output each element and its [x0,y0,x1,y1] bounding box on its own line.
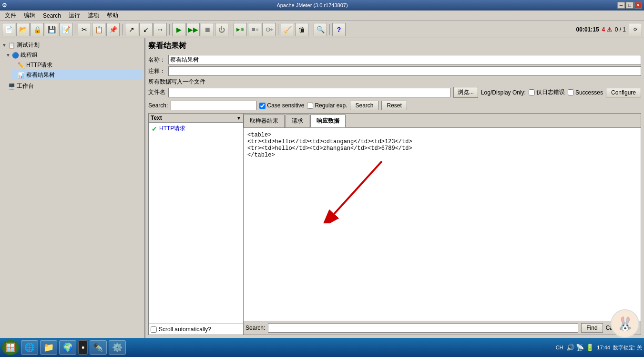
tab-request[interactable]: 请求 [286,115,309,127]
start-button[interactable]: 🪟 [2,340,19,355]
sidebar-item-testplan[interactable]: ▼ 📋 测试计划 [2,40,143,50]
tab-sampler-results[interactable]: 取样器结果 [244,115,285,127]
toolbar-remote-start-btn[interactable]: ▶⊕ [234,23,247,36]
file-input[interactable] [168,88,450,97]
search-input[interactable] [171,101,256,110]
case-sensitive-wrap[interactable]: Case sensitive [259,102,304,109]
toolbar-collapse-btn[interactable]: ↙ [139,23,153,36]
dropdown-icon[interactable]: ▼ [236,116,241,121]
toolbar-stop-btn[interactable]: ⏹ [201,23,214,36]
menu-edit[interactable]: 编辑 [21,10,38,21]
menu-run[interactable]: 运行 [66,10,83,21]
name-label: 名称： [148,56,165,64]
tab-response-data[interactable]: 响应数据 [310,115,346,127]
toolbar-start-btn[interactable]: ▶ [172,23,185,36]
file-label: 文件名 [148,88,165,96]
minimize-button[interactable]: ─ [617,2,625,9]
regular-exp-wrap[interactable]: Regular exp. [307,102,347,109]
threadgroup-icon: 🔵 [11,52,19,59]
toolbar-shutdown-btn[interactable]: ⏻ [215,23,228,36]
response-line-1: <table> [247,132,637,138]
find-button[interactable]: Find [581,323,603,333]
taskbar-chrome-icon[interactable]: 🌍 [59,340,76,355]
scroll-auto-label: Scroll automatically? [159,326,211,333]
menu-file[interactable]: 文件 [2,10,19,21]
bottom-search-label: Search: [245,325,265,331]
reset-button[interactable]: Reset [381,101,407,110]
workbench-icon: 🖥️ [8,83,15,90]
toolbar-open-btn[interactable]: 📂 [16,23,30,36]
sidebar: ▼ 📋 测试计划 ▼ 🔵 线程组 ✏️ HTTP请求 📊 察看结果树 🖥️ 工作… [0,38,145,338]
menu-help[interactable]: 帮助 [104,10,121,21]
results-content: 取样器结果 请求 响应数据 <table> <tr><td>hello</td>… [244,113,641,335]
sidebar-item-resulttree[interactable]: 📊 察看结果树 [11,70,143,80]
maximize-button[interactable]: □ [626,2,634,9]
bottom-search-input[interactable] [268,323,578,333]
toolbar-cut-btn[interactable]: ✂ [78,23,91,36]
comment-label: 注释： [148,67,165,75]
testplan-label: 测试计划 [17,41,40,49]
log-display-label: Log/Display Only: [481,89,526,96]
menu-bar: 文件 编辑 Search 运行 选项 帮助 [0,10,644,21]
toolbar-extra-btn[interactable]: ⟳ [629,23,642,36]
taskbar-explorer-icon[interactable]: 📁 [40,340,57,355]
panel-title: 察看结果树 [148,41,641,51]
title-bar: ⚙ Apache JMeter (3.0 r1743807) ─ □ ✕ [0,0,644,10]
name-input[interactable] [168,55,641,64]
toolbar-new-btn[interactable]: 📄 [2,23,15,36]
menu-options[interactable]: 选项 [85,10,102,21]
taskbar-clock: 17:44 [597,345,610,350]
taskbar-systray: 🔊 📡 🔋 [566,344,594,351]
bottom-search-bar: Search: Find Case sensi... [244,321,641,335]
toolbar-toggle-btn[interactable]: ↔ [153,23,167,36]
results-area: Text ▼ ✔ HTTP请求 Scroll automatically? [148,113,641,335]
regular-exp-checkbox[interactable] [307,103,313,109]
search-label: Search: [148,102,168,109]
file-row: 文件名 浏览... Log/Display Only: 仅日志错误 Succes… [148,87,641,98]
elapsed-timer: 00:01:15 [576,26,599,33]
toolbar-clearall-btn[interactable]: 🗑 [295,23,308,36]
scroll-auto-checkbox[interactable] [151,326,157,333]
taskbar-lang: CH [556,345,563,350]
error-only-checkbox[interactable] [529,89,535,95]
toolbar-search-icon-btn[interactable]: 🔍 [314,23,327,36]
taskbar-right: CH 🔊 📡 🔋 17:44 数字锁定: 关 [556,344,642,351]
separator-5 [278,24,278,35]
result-item-httprequest[interactable]: ✔ HTTP请求 [150,124,242,134]
configure-button[interactable]: Configure [606,88,641,97]
sidebar-item-httprequest[interactable]: ✏️ HTTP请求 [11,60,143,70]
toolbar-save-btn[interactable]: 💾 [45,23,58,36]
taskbar-ie-icon[interactable]: 🌐 [21,340,38,355]
search-button[interactable]: Search [350,101,378,110]
toolbar-paste-btn[interactable]: 📌 [106,23,120,36]
browse-button[interactable]: 浏览... [453,87,478,98]
toolbar-copy-btn[interactable]: 📋 [92,23,105,36]
taskbar-pen-icon[interactable]: ✒️ [90,340,107,355]
successes-checkbox[interactable] [568,89,574,95]
case-sensitive-checkbox[interactable] [259,103,266,109]
successes-checkbox-wrap[interactable]: Successes [568,89,603,96]
toolbar-expand-btn[interactable]: ↗ [125,23,138,36]
taskbar-gear-icon[interactable]: ⚙️ [109,340,126,355]
toolbar-saveas-btn[interactable]: 📝 [59,23,72,36]
menu-search[interactable]: Search [40,11,64,20]
results-list-header: Text ▼ [149,114,243,123]
comment-input[interactable] [168,66,641,76]
toolbar-remote-exit-btn[interactable]: ⏻⊕ [262,23,276,36]
taskbar-dark-icon[interactable]: ▪ [78,340,88,355]
toolbar-template-btn[interactable]: 🔒 [31,23,44,36]
close-button[interactable]: ✕ [634,2,642,9]
response-line-3: <tr><td>hello</td><td>zhangsan</td><td>6… [247,145,637,152]
sidebar-item-threadgroup[interactable]: ▼ 🔵 线程组 [6,50,143,60]
toolbar-help-btn[interactable]: ? [332,23,346,36]
successes-label: Successes [575,89,603,96]
sidebar-item-workbench[interactable]: 🖥️ 工作台 [2,81,143,91]
separator-3 [169,24,170,35]
error-only-checkbox-wrap[interactable]: 仅日志错误 [529,88,565,96]
separator-2 [122,24,123,35]
comment-row: 注释： [148,66,641,76]
toolbar-startnopauses-btn[interactable]: ▶▶ [186,23,200,36]
toolbar-remote-stop-btn[interactable]: ⏹⊕ [248,23,261,36]
testplan-icon: 📋 [8,42,15,49]
toolbar-clear-btn[interactable]: 🧹 [281,23,294,36]
